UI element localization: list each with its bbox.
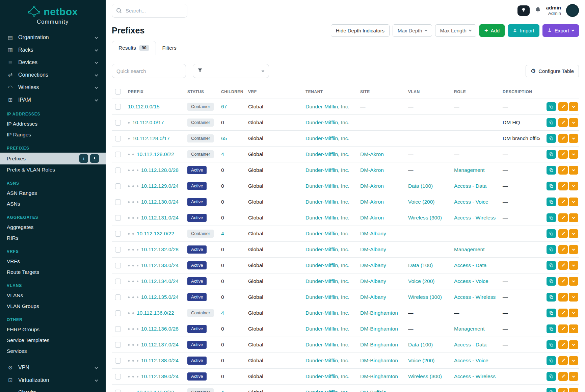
prefix-link[interactable]: 10.112.137.0/24 [141, 342, 179, 347]
sidebar-item-connections[interactable]: ⇄Connections [0, 69, 106, 81]
copy-button[interactable] [547, 388, 556, 392]
children-count-link[interactable]: 4 [221, 310, 224, 316]
row-checkbox[interactable] [115, 358, 121, 364]
tenant-link[interactable]: Dunder-Mifflin, Inc. [305, 231, 349, 236]
row-checkbox[interactable] [115, 167, 121, 173]
sidebar-item-service-templates[interactable]: Service Templates [0, 335, 106, 346]
row-checkbox[interactable] [115, 199, 121, 205]
sidebar-item-ip-ranges[interactable]: IP Ranges [0, 129, 106, 140]
prefix-link[interactable]: 10.112.129.0/24 [141, 183, 179, 189]
sidebar-item-racks[interactable]: ▥Racks [0, 44, 106, 56]
tenant-link[interactable]: Dunder-Mifflin, Inc. [305, 246, 349, 252]
edit-button[interactable] [558, 340, 568, 349]
site-link[interactable]: DM-Binghamton [360, 310, 398, 316]
row-checkbox[interactable] [115, 374, 121, 380]
sidebar-item-fhrp-groups[interactable]: FHRP Groups [0, 324, 106, 335]
sidebar-item-vpn[interactable]: ⊘VPN [0, 361, 106, 374]
prefix-link[interactable]: 10.112.131.0/24 [141, 215, 179, 220]
role-link[interactable]: Access - Data [454, 262, 486, 268]
tenant-link[interactable]: Dunder-Mifflin, Inc. [305, 373, 349, 379]
actions-dropdown-button[interactable] [569, 356, 578, 365]
actions-dropdown-button[interactable] [569, 309, 578, 317]
prefix-link[interactable]: 10.112.0.0/15 [128, 104, 160, 109]
tenant-link[interactable]: Dunder-Mifflin, Inc. [305, 342, 349, 347]
copy-button[interactable] [547, 324, 556, 333]
edit-button[interactable] [558, 293, 568, 302]
sidebar-item-ipam[interactable]: ⊞IPAM [0, 94, 106, 106]
copy-button[interactable] [547, 150, 556, 159]
edit-button[interactable] [558, 134, 568, 143]
copy-button[interactable] [547, 293, 556, 302]
vlan-link[interactable]: Voice (200) [408, 278, 434, 284]
row-checkbox[interactable] [115, 294, 121, 300]
copy-button[interactable] [547, 277, 556, 286]
role-link[interactable]: Access - Voice [454, 278, 488, 284]
edit-button[interactable] [558, 245, 568, 254]
copy-button[interactable] [547, 261, 556, 270]
prefix-link[interactable]: 10.112.132.0/28 [141, 246, 179, 252]
edit-button[interactable] [558, 198, 568, 206]
user-menu[interactable]: admin Admin [546, 5, 561, 16]
prefix-link[interactable]: 10.112.128.0/28 [141, 167, 179, 173]
sidebar-item-vlans[interactable]: VLANs [0, 290, 106, 301]
copy-button[interactable] [547, 182, 556, 190]
row-checkbox[interactable] [115, 247, 121, 253]
prefix-link[interactable]: 10.112.132.0/22 [137, 231, 174, 236]
sidebar-item-asn-ranges[interactable]: ASN Ranges [0, 188, 106, 199]
row-checkbox[interactable] [115, 120, 121, 126]
site-link[interactable]: DM-Akron [360, 215, 384, 220]
role-link[interactable]: Access - Data [454, 183, 486, 189]
prefix-link[interactable]: 10.112.136.0/22 [137, 310, 174, 316]
site-link[interactable]: DM-Binghamton [360, 326, 398, 332]
role-link[interactable]: Access - Voice [454, 199, 488, 205]
copy-button[interactable] [547, 166, 556, 175]
edit-button[interactable] [558, 388, 568, 392]
role-link[interactable]: Access - Wireless [454, 373, 496, 379]
copy-button[interactable] [547, 245, 556, 254]
tab-results[interactable]: Results 90 [112, 41, 156, 55]
search-input[interactable] [125, 7, 193, 14]
tenant-link[interactable]: Dunder-Mifflin, Inc. [305, 389, 349, 392]
vlan-link[interactable]: Wireless (300) [408, 294, 442, 300]
edit-button[interactable] [558, 102, 568, 111]
vlan-link[interactable]: Data (100) [408, 262, 433, 268]
actions-dropdown-button[interactable] [569, 182, 578, 190]
vlan-link[interactable]: Wireless (300) [408, 215, 442, 220]
site-link[interactable]: DM-Albany [360, 262, 386, 268]
prefix-link[interactable]: 10.112.130.0/24 [141, 199, 179, 205]
site-link[interactable]: DM-Akron [360, 183, 384, 189]
edit-button[interactable] [558, 324, 568, 333]
copy-button[interactable] [547, 340, 556, 349]
filter-button[interactable] [193, 64, 207, 78]
copy-button[interactable] [547, 102, 556, 111]
edit-button[interactable] [558, 229, 568, 238]
sidebar-item-aggregates[interactable]: Aggregates [0, 222, 106, 233]
add-prefix-button[interactable]: + [79, 154, 88, 163]
tab-filters[interactable]: Filters [156, 41, 183, 55]
sidebar-item-organization[interactable]: ▤Organization [0, 31, 106, 44]
prefix-link[interactable]: 10.112.0.0/17 [132, 120, 164, 125]
sidebar-item-services[interactable]: Services [0, 346, 106, 357]
tenant-link[interactable]: Dunder-Mifflin, Inc. [305, 310, 349, 316]
children-count-link[interactable]: 4 [221, 231, 224, 236]
edit-button[interactable] [558, 166, 568, 175]
actions-dropdown-button[interactable] [569, 245, 578, 254]
edit-button[interactable] [558, 261, 568, 270]
site-link[interactable]: DM-Albany [360, 246, 386, 252]
actions-dropdown-button[interactable] [569, 372, 578, 381]
global-search[interactable] [112, 4, 187, 18]
site-link[interactable]: DM-Albany [360, 231, 386, 236]
configure-table-button[interactable]: ⚙ Configure Table [526, 65, 579, 77]
sidebar-item-circuits[interactable]: ⌁Circuits [0, 386, 106, 392]
avatar[interactable] [566, 4, 579, 17]
edit-button[interactable] [558, 309, 568, 317]
row-checkbox[interactable] [115, 263, 121, 268]
children-count-link[interactable]: 4 [221, 151, 224, 157]
tenant-link[interactable]: Dunder-Mifflin, Inc. [305, 358, 349, 363]
tenant-link[interactable]: Dunder-Mifflin, Inc. [305, 167, 349, 173]
copy-button[interactable] [547, 198, 556, 206]
actions-dropdown-button[interactable] [569, 102, 578, 111]
edit-button[interactable] [558, 372, 568, 381]
import-prefixes-button[interactable] [90, 154, 99, 163]
sidebar-item-wireless[interactable]: ◠Wireless [0, 81, 106, 94]
